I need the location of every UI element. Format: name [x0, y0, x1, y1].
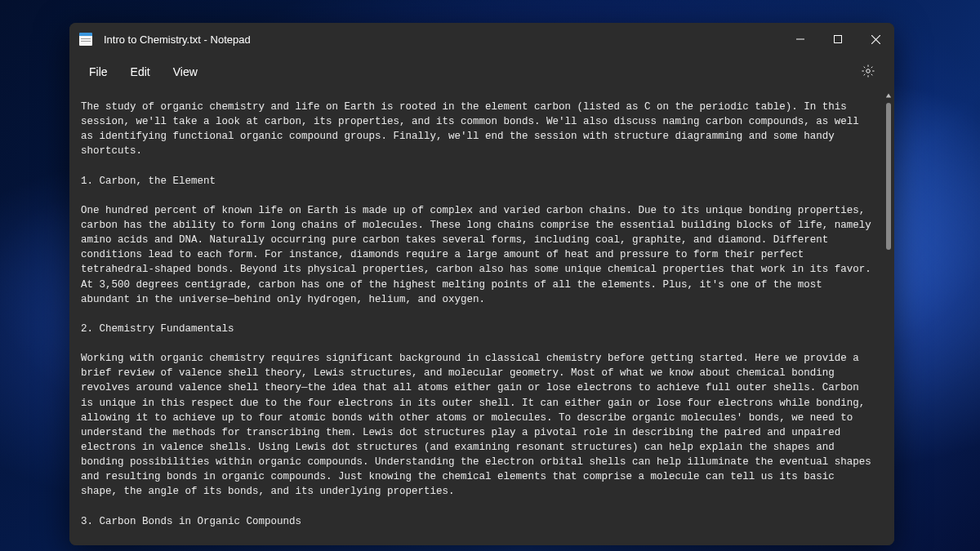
- scrollbar-thumb[interactable]: [886, 103, 891, 250]
- menubar: File Edit View: [69, 56, 894, 88]
- scroll-up-arrow[interactable]: [883, 90, 894, 101]
- editor-area: The study of organic chemistry and life …: [69, 88, 894, 545]
- notepad-icon: [79, 33, 92, 46]
- titlebar[interactable]: Intro to Chemistry.txt - Notepad: [69, 23, 894, 56]
- notepad-window: Intro to Chemistry.txt - Notepad File Ed…: [69, 23, 894, 545]
- svg-point-4: [866, 69, 871, 73]
- vertical-scrollbar[interactable]: [883, 88, 894, 545]
- window-controls: [782, 23, 894, 56]
- menu-edit[interactable]: Edit: [119, 60, 162, 83]
- menu-view[interactable]: View: [162, 60, 209, 83]
- text-editor[interactable]: The study of organic chemistry and life …: [69, 88, 883, 545]
- gear-icon: [861, 64, 875, 81]
- settings-button[interactable]: [853, 57, 883, 87]
- close-button[interactable]: [857, 23, 894, 56]
- svg-marker-5: [886, 94, 891, 98]
- svg-rect-1: [835, 36, 842, 43]
- minimize-button[interactable]: [782, 23, 819, 56]
- window-title: Intro to Chemistry.txt - Notepad: [104, 33, 251, 46]
- maximize-button[interactable]: [819, 23, 857, 56]
- menu-file[interactable]: File: [78, 60, 119, 83]
